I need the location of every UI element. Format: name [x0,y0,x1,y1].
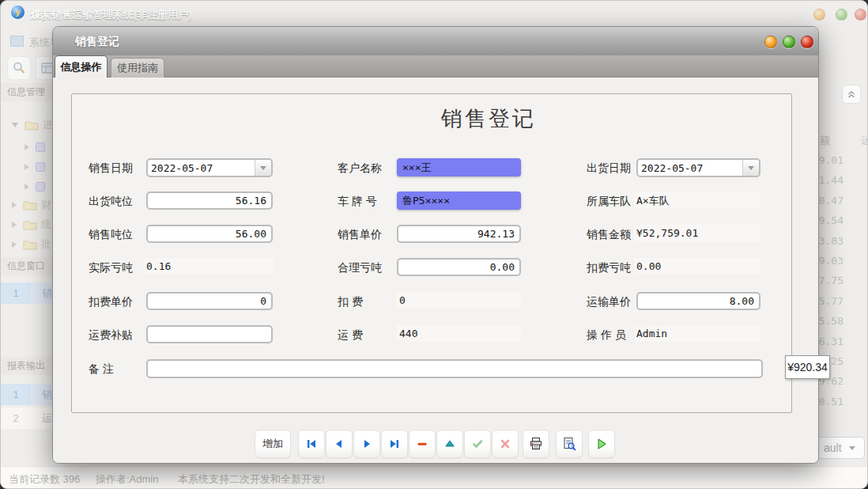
add-button[interactable]: 增加 [255,430,291,458]
first-record-button[interactable] [298,430,325,458]
row-label: 销 [42,282,52,304]
label-sale-tonnage: 销售吨位 [89,228,133,242]
minimize-icon[interactable] [764,36,777,48]
label-reasonable-loss: 合理亏吨 [338,261,382,275]
label-transport-price: 运输单价 [587,295,631,309]
report-row-1[interactable]: 1 销 [1,384,53,405]
freight-value: 440 [397,325,521,342]
tab-label: 信息操作 [61,60,102,74]
plate-input[interactable] [397,191,521,210]
tree-subitem-icon [36,162,45,172]
expand-arrow-icon[interactable] [25,184,29,190]
info-window-row[interactable]: 1 销 [1,282,53,304]
deduct-price-input[interactable] [146,292,273,310]
collapse-panel-button[interactable] [842,85,861,104]
last-record-button[interactable] [381,430,408,458]
folder-icon [25,119,39,131]
row-label: 销 [42,384,52,405]
tree-subitem-2[interactable] [1,159,45,175]
expand-arrow-icon[interactable] [12,241,17,248]
dropdown-button[interactable] [843,441,861,455]
expand-arrow-icon[interactable] [12,222,17,228]
combo-dropdown-button[interactable] [742,160,759,176]
next-record-button[interactable] [353,430,380,458]
expand-arrow-icon[interactable] [12,123,18,127]
tree-subitem-3[interactable] [1,179,45,195]
remark-input[interactable] [146,359,763,378]
unit-price-input[interactable] [397,225,521,243]
cancel-button[interactable] [492,430,519,458]
actual-loss-value: 0.16 [144,258,274,275]
tab-bar: 信息操作 使用指南 [53,55,818,78]
preview-button[interactable] [556,430,583,458]
folder-icon [23,219,37,230]
customer-input[interactable] [397,158,521,176]
section-info-window: 信息窗口 [1,257,53,275]
tab-info-operation[interactable]: 信息操作 [55,55,108,78]
ship-date-input[interactable] [641,161,741,175]
form-title: 销售登记 [441,104,536,133]
section-info-management: 信息管理 [1,83,53,101]
window-title: 煤炭销售运输管理系统(非注册用户) [31,8,192,22]
label-actual-loss: 实际亏吨 [89,261,133,275]
sale-date-input[interactable] [151,161,251,175]
tree-label: 财 [41,198,51,212]
tree-subitem-1[interactable] [1,139,45,155]
label-sale-amount: 销售金额 [587,228,631,242]
print-icon [529,437,543,451]
label-ship-date: 出货日期 [587,161,631,176]
dialog-titlebar[interactable]: 销售登记 [53,27,818,55]
print-button[interactable] [523,430,549,458]
minimize-icon[interactable] [813,9,825,21]
search-button[interactable] [7,56,31,80]
combo-dropdown-button[interactable] [255,160,271,176]
maximize-icon[interactable] [783,36,795,48]
report-row-2[interactable]: 2 运 [1,408,53,429]
expand-arrow-icon[interactable] [25,144,29,150]
prev-icon [333,438,345,450]
sale-amount-value: ¥52,759.01 [634,225,760,241]
edit-record-button[interactable] [436,430,463,458]
maximize-icon[interactable] [836,9,847,21]
sales-registration-dialog: 销售登记 信息操作 使用指南 销售登记 销售日期 客户名称 出货日期 出货吨位 … [52,26,819,464]
ship-tonnage-input[interactable] [146,191,273,210]
bg-column-header-amount: 额 [820,134,830,148]
last-icon [388,438,401,450]
tree-item-purchase[interactable]: 进 [1,117,53,133]
sale-tonnage-input[interactable] [146,225,273,243]
label-deduct-fee: 扣 费 [338,295,363,309]
dropdown-arrow-icon [849,446,855,450]
folder-icon [23,239,37,250]
tree-item-finance[interactable]: 财 [1,197,51,213]
nav-panel-icon [10,36,24,47]
previous-record-button[interactable] [326,430,353,458]
status-record-count: 当前记录数 396 [9,472,80,487]
edit-up-icon [443,438,456,450]
sale-date-combo[interactable] [146,158,273,177]
label-sale-date: 销售日期 [89,161,133,176]
tree-item-batch[interactable]: 批 [1,237,51,252]
label-unit-price: 销售单价 [338,228,382,242]
freight-subsidy-input[interactable] [146,325,273,343]
expand-arrow-icon[interactable] [12,202,17,208]
app-logo-icon: y [11,6,25,19]
tree-item-statistics[interactable]: 统 [1,217,51,233]
row-index: 1 [1,282,31,304]
run-button[interactable] [588,430,615,458]
confirm-button[interactable] [464,430,491,458]
preview-icon [562,437,576,451]
label-deduct-price: 扣费单价 [89,295,133,309]
label-fleet: 所属车队 [587,195,631,209]
reasonable-loss-input[interactable] [397,258,521,276]
label-freight: 运 费 [338,328,363,343]
transport-price-input[interactable] [636,292,760,310]
row-label: 运 [42,408,52,429]
close-icon[interactable] [801,36,813,48]
delete-record-button[interactable] [409,430,436,458]
expand-arrow-icon[interactable] [25,164,29,170]
close-icon[interactable] [855,9,866,21]
delete-icon [416,438,428,450]
cell-value-tooltip: ¥920.34 [785,355,830,379]
tab-user-guide[interactable]: 使用指南 [111,58,164,78]
ship-date-combo[interactable] [636,158,760,177]
